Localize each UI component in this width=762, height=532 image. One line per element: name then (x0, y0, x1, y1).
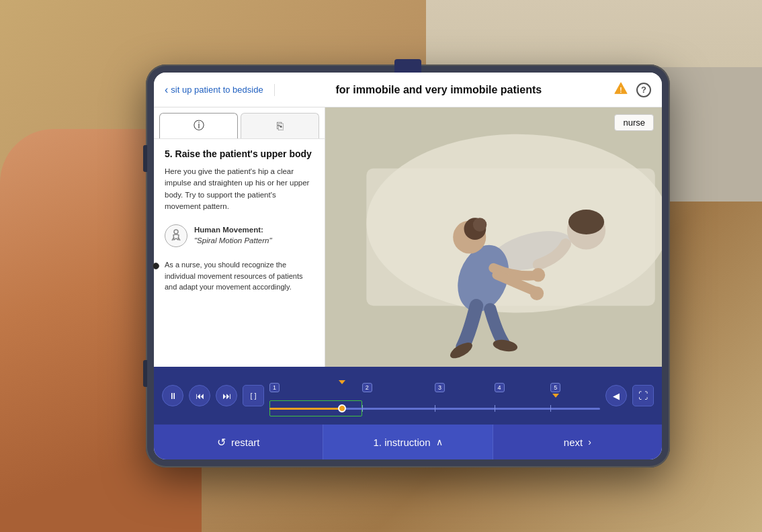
tablet-camera (153, 263, 159, 269)
restart-label: restart (231, 437, 260, 448)
pause-button[interactable]: ⏸ (162, 385, 183, 406)
human-movement-text: Human Movement: "Spiral Motion Pattern" (194, 224, 272, 246)
svg-point-8 (568, 210, 604, 234)
marker-3: 3 (435, 383, 445, 392)
instruction-label: 1. instruction (373, 437, 430, 448)
tab-steps[interactable]: ⎘ (241, 113, 319, 138)
tablet-side-button-bottom (143, 360, 147, 387)
tick-2 (362, 405, 363, 412)
restart-button[interactable]: ↺ restart (154, 425, 323, 459)
volume-button[interactable]: ◀ (605, 385, 627, 406)
left-panel-content: 5. Raise the patient's upper body Here y… (154, 139, 325, 367)
tick-5 (550, 405, 551, 412)
marker-5: 5 (550, 383, 560, 398)
human-movement-box: Human Movement: "Spiral Motion Pattern" (165, 222, 314, 250)
svg-point-12 (473, 218, 486, 231)
tabs: ⓘ ⎘ (154, 107, 325, 139)
restart-icon: ↺ (217, 436, 226, 449)
fullscreen-button[interactable]: ⛶ (632, 385, 654, 406)
timeline-progress (269, 408, 342, 410)
chevron-right-icon: › (588, 437, 591, 447)
skip-forward-icon: ⏭ (222, 391, 231, 401)
marker-4: 4 (495, 383, 505, 392)
skip-forward-button[interactable]: ⏭ (216, 385, 237, 406)
volume-icon: ◀ (613, 391, 620, 401)
pause-icon: ⏸ (169, 391, 177, 401)
bracket-button[interactable]: [ ] (243, 385, 264, 406)
back-button[interactable]: ‹ sit up patient to bedside (165, 84, 275, 96)
tick-4 (495, 405, 495, 412)
environment: ‹ sit up patient to bedside for immobile… (0, 0, 762, 532)
back-arrow-icon: ‹ (165, 84, 168, 96)
nurse-label: nurse (614, 114, 654, 131)
controls-bar: ⏸ ⏮ ⏭ [ ] (154, 367, 662, 425)
header-title: for immobile and very immobile patients (275, 84, 603, 96)
step-title: 5. Raise the patient's upper body (165, 148, 314, 159)
svg-point-13 (532, 268, 545, 281)
tablet-side-button-top (143, 145, 147, 172)
help-icon[interactable]: ? (636, 83, 651, 97)
skip-back-button[interactable]: ⏮ (189, 385, 210, 406)
info-icon: ⓘ (194, 119, 204, 133)
svg-text:!: ! (620, 86, 622, 93)
header: ‹ sit up patient to bedside for immobile… (154, 73, 662, 107)
movement-note: As a nurse, you should recognize the ind… (165, 259, 314, 293)
right-panel: nurse (325, 107, 662, 367)
timeline[interactable] (269, 398, 600, 419)
warning-icon: ! (613, 81, 628, 99)
chevron-up-icon: ∧ (436, 437, 443, 447)
tablet-strap (394, 59, 421, 73)
svg-point-14 (530, 287, 544, 300)
header-icons: ! ? (603, 81, 651, 99)
back-label: sit up patient to bedside (171, 85, 263, 95)
timeline-thumb[interactable] (338, 404, 346, 412)
marker-1: 1 (269, 383, 280, 392)
playhead-arrow (339, 380, 345, 384)
timeline-wrapper: 1 2 3 4 (269, 372, 600, 419)
tablet-device: ‹ sit up patient to bedside for immobile… (146, 64, 670, 468)
next-label: next (564, 437, 583, 448)
scene: nurse (325, 107, 662, 367)
tab-info[interactable]: ⓘ (159, 113, 238, 138)
steps-icon: ⎘ (277, 120, 284, 132)
step-description: Here you give the patient's hip a clear … (165, 166, 314, 212)
human-movement-icon (165, 224, 187, 247)
scene-svg (325, 107, 662, 367)
next-button[interactable]: next › (493, 425, 662, 459)
bottom-bar: ↺ restart 1. instruction ∧ next › (154, 425, 662, 459)
bracket-icon: [ ] (250, 392, 256, 400)
skip-back-icon: ⏮ (196, 391, 204, 401)
left-panel: ⓘ ⎘ 5. Raise the patient's upper body He… (154, 107, 325, 367)
timeline-track (269, 408, 600, 410)
svg-point-2 (174, 230, 178, 234)
tick-3 (435, 405, 435, 412)
screen: ‹ sit up patient to bedside for immobile… (154, 73, 662, 459)
marker-2: 2 (362, 383, 372, 392)
instruction-button[interactable]: 1. instruction ∧ (323, 425, 493, 459)
main-content: ⓘ ⎘ 5. Raise the patient's upper body He… (154, 107, 662, 367)
fullscreen-icon: ⛶ (638, 390, 648, 401)
